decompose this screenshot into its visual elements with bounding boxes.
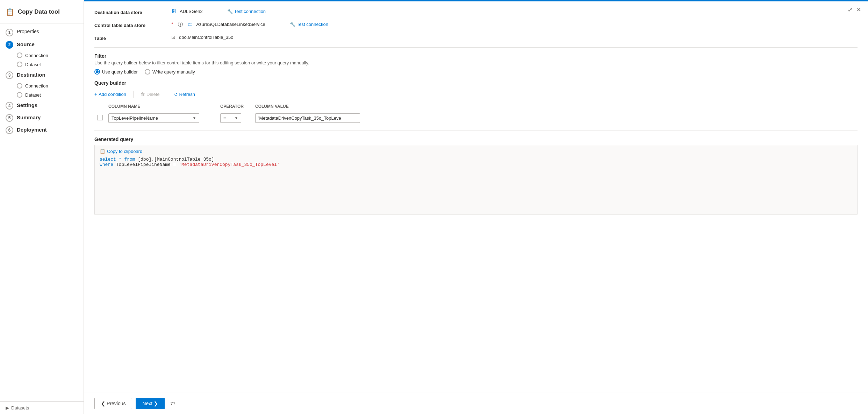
datasets-label: Datasets bbox=[11, 405, 29, 411]
control-table-text: AzureSQLDatabaseLinkedService bbox=[196, 22, 265, 27]
refresh-button[interactable]: ↺ Refresh bbox=[174, 90, 195, 98]
radio-label-write-manually: Write query manually bbox=[152, 69, 195, 75]
operator-cell: = ▼ bbox=[217, 111, 252, 125]
sub-label-dataset: Dataset bbox=[25, 62, 41, 67]
table-header-row: COLUMN NAME OPERATOR COLUMN VALUE bbox=[94, 102, 858, 111]
control-table-value: * i 🗃 AzureSQLDatabaseLinkedService bbox=[171, 21, 265, 27]
step-circle-5: 5 bbox=[6, 114, 13, 122]
test-icon-dest: 🔧 bbox=[227, 9, 233, 14]
toolbar-divider-2 bbox=[167, 91, 167, 98]
copy-to-clipboard-button[interactable]: 📋 Copy to clipboard bbox=[100, 149, 142, 154]
column-value-cell bbox=[252, 111, 858, 125]
section-divider-2 bbox=[94, 131, 858, 131]
step-label-summary: Summary bbox=[17, 114, 41, 121]
expand-button[interactable]: ⤢ bbox=[848, 6, 852, 13]
radio-query-builder[interactable]: Use query builder bbox=[94, 69, 138, 75]
destination-label: Destination data store bbox=[94, 8, 164, 15]
section-divider-1 bbox=[94, 47, 858, 48]
chevron-right-icon-footer: ❯ bbox=[154, 401, 158, 406]
row-checkbox-cell bbox=[94, 111, 106, 125]
checkbox-header bbox=[94, 102, 106, 111]
sql-table-name: [dbo].[MainControlTable_35o] bbox=[138, 157, 214, 162]
copy-icon: 📋 bbox=[100, 149, 105, 154]
sub-label-dest-connection: Connection bbox=[25, 83, 48, 89]
next-button[interactable]: Next ❯ bbox=[136, 398, 165, 409]
test-icon-ctrl: 🔧 bbox=[290, 22, 295, 27]
radio-btn-write-manually[interactable] bbox=[145, 69, 150, 75]
chevron-left-icon: ❮ bbox=[101, 401, 105, 406]
sub-label-dest-dataset: Dataset bbox=[25, 92, 41, 98]
sidebar-footer: ▶ Datasets bbox=[0, 401, 84, 414]
toolbar-divider-1 bbox=[133, 91, 134, 98]
previous-button[interactable]: ❮ Previous bbox=[94, 398, 132, 409]
sidebar: 📋 Copy Data tool 1 Properties 2 Source C… bbox=[0, 0, 84, 414]
destination-value: 🗄 ADLSGen2 bbox=[171, 8, 203, 14]
control-table-row: Control table data store * i 🗃 AzureSQLD… bbox=[94, 21, 858, 28]
generated-query-box: 📋 Copy to clipboard select * from [dbo].… bbox=[94, 145, 858, 215]
table-row: TopLevelPipelineName ▼ = ▼ bbox=[94, 111, 858, 125]
column-name-value: TopLevelPipelineName bbox=[112, 115, 158, 121]
step-circle-2: 2 bbox=[6, 41, 13, 49]
column-name-dropdown[interactable]: TopLevelPipelineName ▼ bbox=[108, 113, 199, 123]
sidebar-item-deployment[interactable]: 6 Deployment bbox=[0, 124, 84, 136]
filter-section: Filter Use the query builder below to fi… bbox=[94, 53, 858, 215]
control-table-value-group: * i 🗃 AzureSQLDatabaseLinkedService 🔧 Te… bbox=[171, 21, 328, 27]
operator-value: = bbox=[223, 115, 226, 121]
sidebar-item-summary[interactable]: 5 Summary bbox=[0, 112, 84, 124]
sidebar-sub-dest-dataset[interactable]: Dataset bbox=[0, 90, 84, 99]
sql-line-1: select * from [dbo].[MainControlTable_35… bbox=[100, 157, 852, 162]
radio-label-query-builder: Use query builder bbox=[102, 69, 138, 75]
sub-circle-dest-dataset bbox=[17, 92, 22, 98]
plus-icon: + bbox=[94, 91, 97, 97]
sub-label-connection: Connection bbox=[25, 53, 48, 58]
sql-icon: 🗃 bbox=[188, 21, 193, 27]
filter-desc: Use the query builder below to filter co… bbox=[94, 60, 858, 65]
sidebar-item-destination[interactable]: 3 Destination bbox=[0, 69, 84, 81]
step-label-settings: Settings bbox=[17, 101, 37, 109]
adls-icon: 🗄 bbox=[171, 8, 176, 14]
filter-title: Filter bbox=[94, 53, 858, 59]
sidebar-item-source[interactable]: 2 Source bbox=[0, 38, 84, 51]
test-connection-dest[interactable]: 🔧 Test connection bbox=[227, 9, 266, 14]
chevron-right-icon: ▶ bbox=[6, 405, 9, 411]
add-condition-button[interactable]: + Add condition bbox=[94, 90, 126, 98]
sidebar-sub-dest-connection[interactable]: Connection bbox=[0, 81, 84, 90]
close-button[interactable]: ✕ bbox=[856, 6, 861, 13]
delete-button[interactable]: 🗑 Delete bbox=[141, 90, 160, 98]
filter-radio-group: Use query builder Write query manually bbox=[94, 69, 858, 75]
main-panel: ⤢ ✕ Destination data store 🗄 ADLSGen2 🔧 … bbox=[84, 0, 868, 414]
table-row: Table ⊡ dbo.MainControlTable_35o bbox=[94, 34, 858, 41]
app-icon: 📋 bbox=[6, 8, 14, 16]
column-name-header: COLUMN NAME bbox=[106, 102, 217, 111]
step-label-properties: Properties bbox=[17, 28, 39, 35]
sql-line-2: where TopLevelPipelineName = 'MetadataDr… bbox=[100, 162, 852, 167]
column-value-input[interactable] bbox=[255, 113, 360, 123]
sub-circle-dest-connection bbox=[17, 83, 22, 89]
radio-btn-query-builder[interactable] bbox=[94, 69, 100, 75]
sidebar-sub-source-connection[interactable]: Connection bbox=[0, 51, 84, 60]
sidebar-item-properties[interactable]: 1 Properties bbox=[0, 26, 84, 38]
app-title: Copy Data tool bbox=[18, 8, 60, 15]
generated-query-title: Generated query bbox=[94, 136, 858, 142]
destination-store-text: ADLSGen2 bbox=[180, 9, 203, 14]
row-checkbox[interactable] bbox=[97, 115, 103, 120]
footer: ❮ Previous Next ❯ 77 bbox=[84, 393, 868, 414]
trash-icon: 🗑 bbox=[141, 92, 145, 97]
step-circle-1: 1 bbox=[6, 29, 13, 36]
table-icon: ⊡ bbox=[171, 34, 175, 40]
radio-write-manually[interactable]: Write query manually bbox=[145, 69, 195, 75]
op-dropdown-arrow-icon: ▼ bbox=[235, 116, 238, 120]
sql-select: select * from bbox=[100, 157, 135, 162]
step-circle-4: 4 bbox=[6, 102, 13, 110]
sidebar-sub-source-dataset[interactable]: Dataset bbox=[0, 60, 84, 69]
sidebar-datasets[interactable]: ▶ Datasets bbox=[6, 405, 78, 411]
test-connection-ctrl[interactable]: 🔧 Test connection bbox=[290, 22, 328, 27]
info-icon: i bbox=[178, 22, 183, 27]
step-circle-6: 6 bbox=[6, 126, 13, 134]
sidebar-item-settings[interactable]: 4 Settings bbox=[0, 99, 84, 112]
step-label-destination: Destination bbox=[17, 71, 45, 78]
operator-dropdown[interactable]: = ▼ bbox=[220, 113, 241, 123]
destination-value-group: 🗄 ADLSGen2 🔧 Test connection bbox=[171, 8, 266, 14]
step-label-deployment: Deployment bbox=[17, 126, 47, 133]
table-value-text: dbo.MainControlTable_35o bbox=[179, 35, 233, 40]
